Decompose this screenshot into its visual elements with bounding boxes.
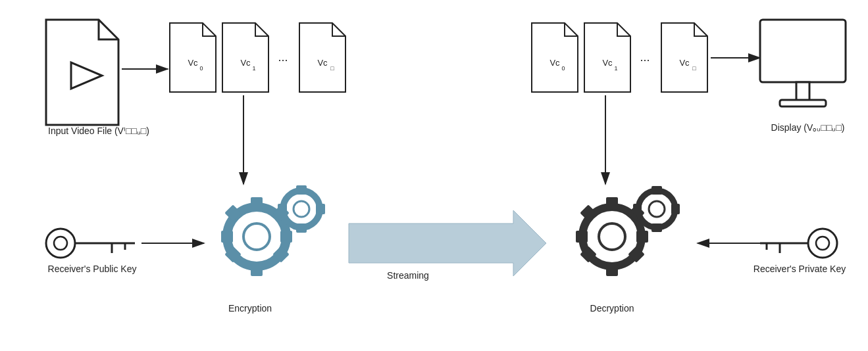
svg-text:Vc: Vc xyxy=(317,58,328,68)
svg-text:□: □ xyxy=(330,65,334,72)
streaming-arrow xyxy=(349,210,546,276)
svg-text:1: 1 xyxy=(252,65,255,72)
svg-rect-57 xyxy=(671,204,680,214)
svg-point-53 xyxy=(649,201,665,217)
svg-rect-41 xyxy=(780,100,826,106)
svg-text:0: 0 xyxy=(199,65,203,72)
svg-rect-12 xyxy=(251,264,263,276)
chunk-file-0-left: Vc 0 xyxy=(170,23,216,92)
svg-point-59 xyxy=(808,229,837,258)
svg-point-60 xyxy=(816,237,829,250)
svg-text:1: 1 xyxy=(614,65,617,72)
chunk-file-1-right: Vc 1 xyxy=(584,23,630,92)
svg-rect-47 xyxy=(636,231,648,243)
svg-text:Vc: Vc xyxy=(679,58,690,68)
decryption-label: Decryption xyxy=(573,302,651,316)
svg-rect-14 xyxy=(280,231,292,243)
dots-right: ... xyxy=(640,51,650,64)
svg-rect-54 xyxy=(651,186,662,195)
svg-point-20 xyxy=(294,201,309,217)
svg-text:Vc: Vc xyxy=(188,58,198,68)
svg-rect-11 xyxy=(251,197,263,209)
diagram: Vc 0 Vc 1 ... Vc □ xyxy=(0,0,868,351)
private-key-label: Receiver's Private Key xyxy=(737,263,862,276)
svg-rect-44 xyxy=(606,197,618,209)
svg-text:Vc: Vc xyxy=(240,58,251,68)
display-label: Display (Vₒᵤ□□ᵤ□) xyxy=(760,122,855,135)
svg-rect-23 xyxy=(278,204,287,214)
svg-text:□: □ xyxy=(692,65,696,72)
svg-text:Vc: Vc xyxy=(549,58,560,68)
chunk-file-n-left: Vc □ xyxy=(299,23,345,92)
svg-rect-45 xyxy=(606,264,618,276)
svg-rect-24 xyxy=(316,204,325,214)
svg-point-10 xyxy=(243,223,270,250)
private-key-icon xyxy=(760,229,837,258)
encryption-label: Encryption xyxy=(211,302,290,316)
svg-rect-21 xyxy=(296,185,307,195)
svg-rect-56 xyxy=(633,204,642,214)
display-icon xyxy=(760,20,846,106)
dots-left: ... xyxy=(278,51,288,64)
svg-rect-22 xyxy=(296,223,307,233)
svg-rect-46 xyxy=(576,231,588,243)
chunk-file-n-right: Vc □ xyxy=(661,23,707,92)
svg-rect-39 xyxy=(760,20,846,82)
svg-text:0: 0 xyxy=(561,65,565,72)
svg-point-27 xyxy=(54,237,67,250)
svg-rect-48 xyxy=(580,204,596,221)
chunk-file-0-right: Vc 0 xyxy=(532,23,578,92)
input-video-icon xyxy=(46,20,118,125)
decryption-icon xyxy=(576,186,680,276)
svg-point-26 xyxy=(46,229,75,258)
svg-rect-55 xyxy=(651,223,662,232)
public-key-label: Receiver's Public Key xyxy=(33,263,151,276)
svg-rect-13 xyxy=(221,231,233,243)
svg-text:Vc: Vc xyxy=(602,58,613,68)
encryption-icon xyxy=(221,185,325,276)
streaming-label: Streaming xyxy=(369,269,447,283)
input-video-label: Input Video File (Vᴵ□□ᵤ□) xyxy=(39,125,158,138)
public-key-icon xyxy=(46,229,135,258)
svg-point-43 xyxy=(599,223,625,250)
chunk-file-1-left: Vc 1 xyxy=(222,23,268,92)
